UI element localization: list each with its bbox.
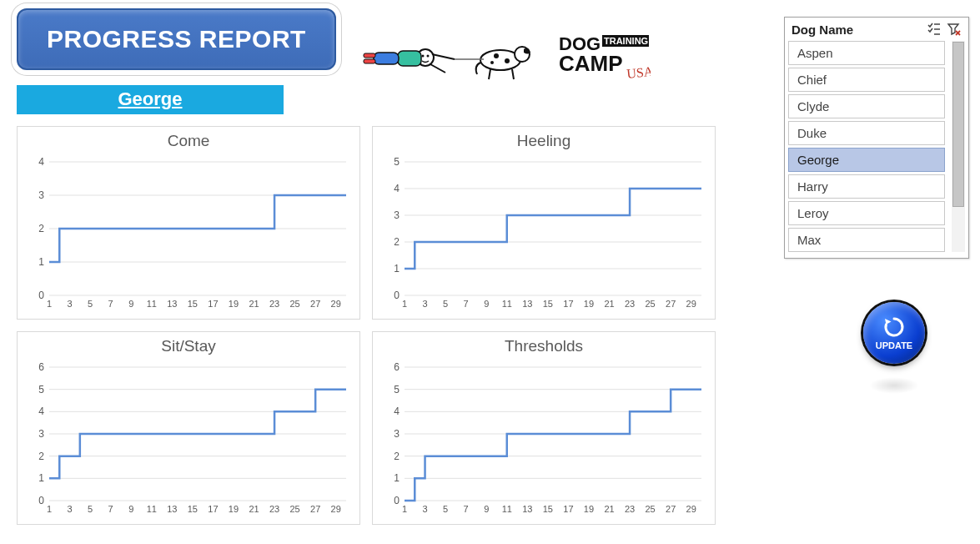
logo-area: DOG TRAINING CAMP USA (359, 29, 651, 88)
svg-text:23: 23 (625, 299, 635, 309)
svg-line-16 (430, 64, 445, 73)
svg-text:1: 1 (394, 263, 400, 275)
svg-text:19: 19 (584, 299, 594, 309)
logo-walkers-icon (359, 31, 550, 86)
svg-text:25: 25 (289, 299, 299, 309)
svg-rect-11 (398, 51, 421, 66)
svg-text:1: 1 (38, 472, 44, 484)
svg-text:9: 9 (484, 504, 489, 514)
svg-text:21: 21 (604, 504, 614, 514)
svg-text:27: 27 (310, 299, 320, 309)
svg-text:USA: USA (626, 64, 651, 81)
svg-text:4: 4 (38, 156, 44, 168)
slicer-list: AspenChiefClydeDukeGeorgeHarryLeroyMax (787, 41, 967, 252)
svg-rect-12 (374, 53, 399, 64)
svg-text:23: 23 (269, 504, 279, 514)
slicer-item-label: Duke (797, 126, 827, 140)
svg-text:29: 29 (331, 299, 341, 309)
svg-text:25: 25 (645, 299, 655, 309)
svg-text:0: 0 (38, 495, 44, 506)
svg-text:15: 15 (188, 504, 198, 514)
svg-text:7: 7 (108, 299, 113, 309)
svg-text:2: 2 (38, 451, 44, 462)
chart-svg: 01234561357911131517192123252729 (24, 359, 353, 519)
update-label: UPDATE (876, 340, 912, 350)
slicer-item-label: Aspen (797, 46, 833, 60)
slicer-item[interactable]: George (788, 148, 945, 172)
svg-text:3: 3 (394, 209, 400, 221)
svg-text:0: 0 (394, 290, 400, 301)
multi-select-icon[interactable] (927, 22, 942, 37)
slicer-item-label: George (797, 153, 839, 167)
dog-name-slicer: Dog Name AspenChiefClydeDukeGeorgeHarryL… (784, 17, 969, 259)
svg-point-3 (490, 61, 494, 64)
svg-rect-13 (364, 53, 375, 58)
svg-text:TRAINING: TRAINING (604, 36, 648, 46)
svg-text:CAMP: CAMP (559, 51, 623, 76)
selected-dog-name: George (118, 88, 182, 109)
slicer-item[interactable]: Duke (788, 121, 945, 145)
clear-filter-icon[interactable] (947, 22, 962, 37)
slicer-item[interactable]: Leroy (788, 201, 945, 225)
chart-panel: Sit/Stay01234561357911131517192123252729 (17, 331, 360, 525)
slicer-scroll-thumb[interactable] (952, 42, 964, 207)
svg-text:1: 1 (394, 472, 400, 484)
svg-text:7: 7 (108, 504, 113, 514)
svg-text:19: 19 (229, 504, 239, 514)
svg-text:3: 3 (38, 189, 44, 201)
slicer-item[interactable]: Harry (788, 174, 945, 199)
svg-text:17: 17 (563, 504, 573, 514)
svg-text:3: 3 (67, 299, 72, 309)
svg-text:17: 17 (563, 299, 573, 309)
svg-text:21: 21 (604, 299, 614, 309)
slicer-item-label: Leroy (797, 206, 829, 220)
page-title: PROGRESS REPORT (47, 25, 306, 53)
svg-text:6: 6 (394, 361, 400, 373)
svg-text:9: 9 (128, 504, 133, 514)
update-button-shadow (869, 377, 919, 394)
svg-text:15: 15 (543, 299, 553, 309)
slicer-item[interactable]: Max (788, 228, 945, 252)
svg-text:3: 3 (422, 299, 427, 309)
svg-text:1: 1 (47, 504, 52, 514)
svg-line-5 (489, 69, 490, 79)
svg-text:6: 6 (38, 361, 44, 373)
logo-text-icon: DOG TRAINING CAMP USA (559, 32, 651, 85)
svg-text:2: 2 (394, 451, 400, 462)
svg-text:17: 17 (208, 299, 218, 309)
selected-dog-banner: George (17, 85, 284, 114)
svg-text:27: 27 (666, 504, 676, 514)
svg-text:4: 4 (394, 183, 400, 194)
svg-text:4: 4 (38, 405, 44, 417)
slicer-item[interactable]: Aspen (788, 41, 945, 65)
slicer-item[interactable]: Clyde (788, 94, 945, 118)
svg-text:11: 11 (502, 504, 512, 514)
svg-text:5: 5 (394, 156, 400, 168)
svg-text:3: 3 (394, 428, 400, 440)
svg-text:29: 29 (331, 504, 341, 514)
chart-panel: Heeling0123451357911131517192123252729 (372, 126, 716, 320)
slicer-item-label: Harry (797, 179, 828, 194)
chart-panel: Thresholds012345613579111315171921232527… (372, 331, 716, 525)
slicer-item[interactable]: Chief (788, 68, 945, 92)
svg-text:13: 13 (167, 504, 177, 514)
svg-text:0: 0 (394, 495, 400, 506)
slicer-item-label: Max (797, 233, 821, 247)
svg-text:15: 15 (188, 299, 198, 309)
chart-title: Sit/Stay (24, 337, 353, 355)
update-button[interactable]: UPDATE (863, 302, 925, 364)
svg-text:5: 5 (88, 299, 93, 309)
svg-text:23: 23 (269, 299, 279, 309)
svg-text:19: 19 (584, 504, 594, 514)
slicer-title: Dog Name (792, 23, 922, 37)
svg-text:4: 4 (394, 405, 400, 417)
svg-text:3: 3 (422, 504, 427, 514)
svg-text:0: 0 (38, 290, 44, 301)
svg-text:13: 13 (522, 299, 532, 309)
slicer-scrollbar[interactable] (952, 41, 965, 252)
svg-line-15 (432, 54, 455, 59)
svg-text:27: 27 (666, 299, 676, 309)
chart-svg: 012341357911131517192123252729 (24, 154, 353, 314)
svg-line-6 (512, 69, 514, 79)
svg-text:9: 9 (484, 299, 489, 309)
